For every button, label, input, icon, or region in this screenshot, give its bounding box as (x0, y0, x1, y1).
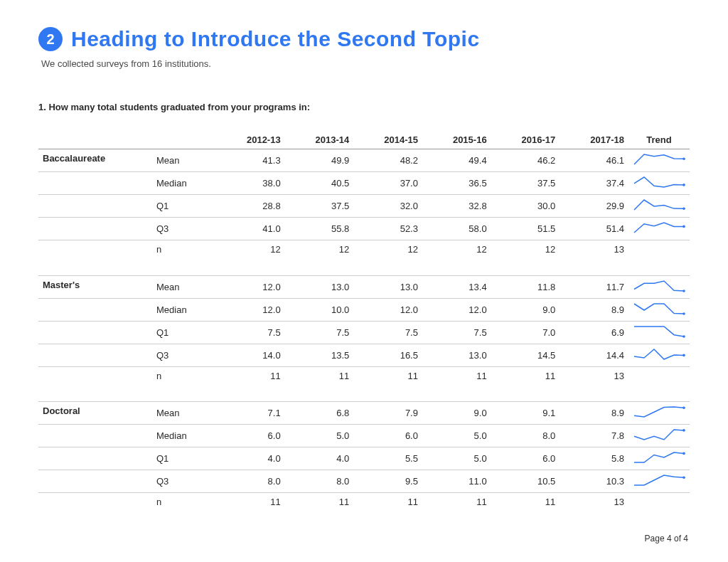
value-cell: 10.5 (491, 470, 560, 493)
table-header-row: 2012-13 2013-14 2014-15 2015-16 2016-17 … (38, 131, 690, 149)
stat-label: Q1 (152, 195, 216, 218)
value-cell: 11 (216, 493, 285, 511)
value-cell: 12 (216, 240, 285, 259)
group-label (38, 493, 152, 511)
svg-point-4 (682, 290, 685, 292)
stat-label: Q1 (152, 321, 216, 344)
value-cell: 38.0 (216, 172, 285, 195)
trend-cell (628, 321, 690, 344)
svg-point-6 (682, 335, 685, 338)
value-cell: 5.0 (422, 447, 491, 470)
value-cell: 11 (491, 366, 560, 385)
svg-point-1 (682, 184, 685, 186)
table-row: BaccalaureateMean41.349.948.249.446.246.… (38, 149, 690, 172)
trend-cell (628, 425, 690, 447)
trend-cell (628, 470, 690, 493)
section-number-badge: 2 (38, 27, 63, 51)
value-cell: 6.9 (560, 321, 628, 344)
value-cell: 4.0 (216, 447, 285, 470)
col-2013-14: 2013-14 (285, 131, 354, 149)
group-spacer (38, 258, 690, 275)
col-stat (152, 131, 216, 149)
value-cell: 13 (560, 240, 628, 259)
value-cell: 13.4 (422, 275, 491, 298)
value-cell: 7.9 (353, 402, 422, 425)
value-cell: 11 (285, 366, 354, 385)
stat-label: Mean (152, 149, 216, 172)
value-cell: 6.0 (353, 425, 422, 447)
group-label (38, 425, 152, 447)
value-cell: 7.0 (491, 321, 560, 344)
value-cell: 12.0 (216, 275, 285, 298)
value-cell: 13.0 (353, 275, 422, 298)
value-cell: 12 (422, 240, 491, 259)
table-row: Master'sMean12.013.013.013.411.811.7 (38, 275, 690, 298)
svg-point-0 (682, 157, 685, 160)
value-cell: 14.5 (491, 344, 560, 366)
stat-label: Mean (152, 275, 216, 298)
value-cell: 8.0 (216, 470, 285, 493)
trend-cell (628, 240, 690, 259)
group-label (38, 366, 152, 385)
results-table: 2012-13 2013-14 2014-15 2015-16 2016-17 … (38, 131, 690, 511)
value-cell: 6.0 (216, 425, 285, 447)
trend-cell (628, 218, 690, 240)
value-cell: 46.1 (560, 149, 628, 172)
group-label (38, 240, 152, 259)
value-cell: 9.0 (491, 298, 560, 321)
value-cell: 49.9 (285, 149, 354, 172)
value-cell: 8.0 (491, 425, 560, 447)
sparkline-icon (633, 451, 685, 464)
svg-point-7 (682, 354, 685, 356)
value-cell: 32.0 (353, 195, 422, 218)
question-1-label: 1. How many total students graduated fro… (38, 102, 690, 112)
trend-cell (628, 195, 690, 218)
trend-cell (628, 344, 690, 366)
sparkline-icon (633, 348, 685, 361)
value-cell: 8.9 (560, 402, 628, 425)
stat-label: Mean (152, 402, 216, 425)
value-cell: 9.5 (353, 470, 422, 493)
sparkline-icon (633, 153, 685, 166)
page-title: Heading to Introduce the Second Topic (71, 27, 480, 51)
value-cell: 11 (422, 493, 491, 511)
value-cell: 58.0 (422, 218, 491, 240)
value-cell: 11 (422, 366, 491, 385)
value-cell: 51.4 (560, 218, 628, 240)
value-cell: 49.4 (422, 149, 491, 172)
group-label: Master's (38, 275, 152, 298)
sparkline-icon (633, 325, 685, 338)
value-cell: 37.5 (285, 195, 354, 218)
group-label (38, 321, 152, 344)
value-cell: 10.0 (285, 298, 354, 321)
value-cell: 7.8 (560, 425, 628, 447)
value-cell: 14.4 (560, 344, 628, 366)
value-cell: 12 (285, 240, 354, 259)
svg-point-11 (682, 477, 685, 479)
sparkline-icon (633, 428, 685, 441)
value-cell: 7.1 (216, 402, 285, 425)
group-spacer (38, 385, 690, 402)
value-cell: 28.8 (216, 195, 285, 218)
svg-point-9 (682, 429, 685, 432)
sparkline-icon (633, 405, 685, 418)
value-cell: 6.8 (285, 402, 354, 425)
sparkline-icon (633, 280, 685, 292)
value-cell: 12 (353, 240, 422, 259)
svg-point-10 (682, 452, 685, 455)
value-cell: 37.0 (353, 172, 422, 195)
value-cell: 13.0 (422, 344, 491, 366)
stat-label: Median (152, 425, 216, 447)
table-row: n111111111113 (38, 366, 690, 385)
svg-point-2 (682, 207, 685, 210)
group-label: Doctoral (38, 402, 152, 425)
value-cell: 14.0 (216, 344, 285, 366)
value-cell: 8.0 (285, 470, 354, 493)
value-cell: 6.0 (491, 447, 560, 470)
value-cell: 7.5 (216, 321, 285, 344)
value-cell: 5.0 (422, 425, 491, 447)
value-cell: 13.5 (285, 344, 354, 366)
stat-label: Median (152, 298, 216, 321)
value-cell: 5.0 (285, 425, 354, 447)
value-cell: 48.2 (353, 149, 422, 172)
